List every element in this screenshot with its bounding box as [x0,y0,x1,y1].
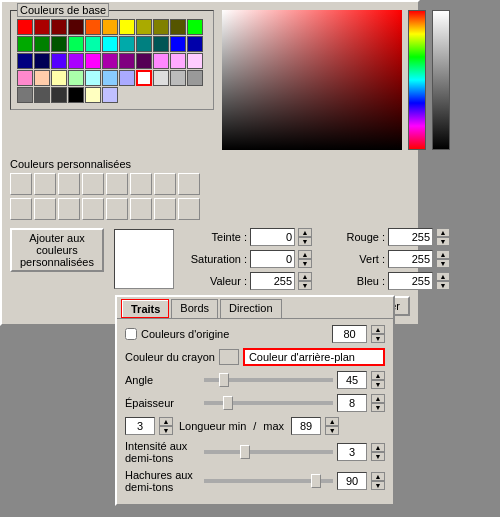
teinte-up[interactable]: ▲ [298,228,312,237]
color-swatch[interactable] [68,53,84,69]
color-swatch[interactable] [17,36,33,52]
epaisseur-up[interactable]: ▲ [371,394,385,403]
tab-direction[interactable]: Direction [220,299,281,318]
custom-swatch[interactable] [130,173,152,195]
bleu-input[interactable] [388,272,433,290]
color-swatch[interactable] [102,19,118,35]
color-swatch[interactable] [17,53,33,69]
bleu-up[interactable]: ▲ [436,272,450,281]
saturation-input[interactable] [250,250,295,268]
custom-swatch[interactable] [34,198,56,220]
custom-swatch[interactable] [82,198,104,220]
angle-input[interactable] [337,371,367,389]
intensite-slider[interactable] [204,450,333,454]
rouge-input[interactable] [388,228,433,246]
color-swatch[interactable] [102,53,118,69]
couleurs-origine-up[interactable]: ▲ [371,325,385,334]
color-swatch[interactable] [34,70,50,86]
hachures-input[interactable] [337,472,367,490]
color-swatch[interactable] [187,19,203,35]
valeur-up[interactable]: ▲ [298,272,312,281]
intensite-down[interactable]: ▼ [371,452,385,461]
longueur-min-input[interactable] [125,417,155,435]
hachures-down[interactable]: ▼ [371,481,385,490]
custom-swatch[interactable] [154,173,176,195]
color-gradient[interactable] [222,10,402,150]
bleu-down[interactable]: ▼ [436,281,450,290]
color-swatch[interactable] [34,19,50,35]
color-swatch[interactable] [68,36,84,52]
custom-swatch[interactable] [178,198,200,220]
custom-swatch[interactable] [106,173,128,195]
color-swatch[interactable] [153,53,169,69]
rouge-down[interactable]: ▼ [436,237,450,246]
color-swatch[interactable] [136,19,152,35]
color-swatch[interactable] [170,36,186,52]
custom-swatch[interactable] [178,173,200,195]
epaisseur-input[interactable] [337,394,367,412]
color-swatch[interactable] [17,70,33,86]
color-swatch[interactable] [153,70,169,86]
arriere-plan-box[interactable]: Couleur d'arrière-plan [243,348,385,366]
vert-down[interactable]: ▼ [436,259,450,268]
saturation-up[interactable]: ▲ [298,250,312,259]
hachures-slider[interactable] [204,479,333,483]
valeur-input[interactable] [250,272,295,290]
hue-bar[interactable] [408,10,426,150]
custom-swatch[interactable] [130,198,152,220]
epaisseur-down[interactable]: ▼ [371,403,385,412]
color-swatch[interactable] [170,53,186,69]
color-swatch[interactable] [136,36,152,52]
longueur-max-input[interactable] [291,417,321,435]
custom-swatch[interactable] [82,173,104,195]
epaisseur-slider[interactable] [204,401,333,405]
color-swatch[interactable] [119,70,135,86]
color-swatch[interactable] [34,53,50,69]
longueur-max-down[interactable]: ▼ [325,426,339,435]
saturation-down[interactable]: ▼ [298,259,312,268]
color-swatch[interactable] [119,53,135,69]
custom-swatch[interactable] [58,198,80,220]
color-swatch[interactable] [68,19,84,35]
couleurs-origine-input[interactable] [332,325,367,343]
color-swatch[interactable] [153,19,169,35]
vert-input[interactable] [388,250,433,268]
color-swatch[interactable] [102,36,118,52]
color-swatch[interactable] [51,87,67,103]
color-swatch[interactable] [17,87,33,103]
color-swatch[interactable] [170,19,186,35]
hachures-up[interactable]: ▲ [371,472,385,481]
longueur-min-down[interactable]: ▼ [159,426,173,435]
color-swatch[interactable] [102,87,118,103]
intensite-input[interactable] [337,443,367,461]
tab-traits[interactable]: Traits [121,299,169,318]
color-swatch[interactable] [51,53,67,69]
longueur-max-up[interactable]: ▲ [325,417,339,426]
color-swatch[interactable] [136,53,152,69]
color-swatch[interactable] [68,70,84,86]
color-swatch[interactable] [187,70,203,86]
teinte-input[interactable] [250,228,295,246]
color-swatch[interactable] [85,70,101,86]
custom-swatch[interactable] [154,198,176,220]
color-swatch[interactable] [85,19,101,35]
color-swatch[interactable] [85,53,101,69]
angle-slider[interactable] [204,378,333,382]
custom-swatch[interactable] [10,198,32,220]
color-swatch[interactable] [119,19,135,35]
tab-bords[interactable]: Bords [171,299,218,318]
custom-swatch[interactable] [106,198,128,220]
intensite-up[interactable]: ▲ [371,443,385,452]
brightness-bar[interactable] [432,10,450,150]
color-swatch[interactable] [102,70,118,86]
color-swatch[interactable] [51,70,67,86]
color-swatch[interactable] [153,36,169,52]
color-swatch[interactable] [51,36,67,52]
color-swatch[interactable] [136,70,152,86]
custom-swatch[interactable] [34,173,56,195]
crayon-swatch[interactable] [219,349,239,365]
teinte-down[interactable]: ▼ [298,237,312,246]
color-swatch[interactable] [119,36,135,52]
vert-up[interactable]: ▲ [436,250,450,259]
color-swatch[interactable] [85,87,101,103]
